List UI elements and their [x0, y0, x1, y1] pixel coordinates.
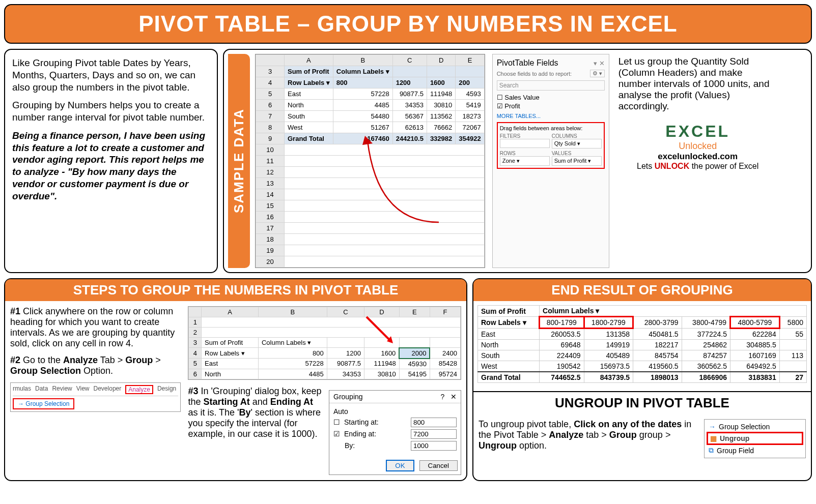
step-mini-grid: ABCDEF 1 2 3Sum of ProfitColumn Labels ▾… — [188, 306, 461, 380]
steps-card: STEPS TO GROUP THE NUMBERS IN PIVOT TABL… — [4, 278, 467, 481]
result-table: Sum of ProfitColumn Labels ▾ Row Labels … — [477, 305, 807, 383]
columns-drop[interactable]: Qty Sold ▾ — [552, 139, 602, 149]
fields-search-input[interactable]: Search — [497, 80, 605, 91]
starting-at-input[interactable] — [411, 418, 457, 427]
group-menu: →Group Selection ▦Ungroup ⧉Group Field — [704, 419, 806, 458]
field-sales-value[interactable]: ☐ Sales Value — [497, 94, 605, 101]
intro-p2: Grouping by Numbers helps you to create … — [12, 99, 210, 124]
rows-drop[interactable]: Zone ▾ — [500, 156, 550, 166]
col-A: A — [285, 55, 333, 66]
group-field-icon: ⧉ — [709, 446, 714, 455]
fields-title: PivotTable Fields — [497, 58, 558, 68]
field-profit[interactable]: ☑ Profit — [497, 102, 605, 110]
drag-areas: Drag fields between areas below: FILTERS… — [497, 122, 605, 169]
intro-quote: Being a finance person, I have been usin… — [12, 130, 210, 202]
fields-subtitle: Choose fields to add to report: — [497, 71, 572, 77]
brand-logo: EXCEL Unlocked excelunlocked.com Lets UN… — [618, 122, 777, 171]
ungroup-text: To ungroup pivot table, Click on any of … — [479, 419, 698, 458]
dialog-close-icon[interactable]: ✕ — [451, 393, 457, 401]
step-col-1: #1 Click anywhere on the row or column h… — [10, 306, 181, 475]
col-B: B — [333, 55, 392, 66]
intro-p1: Like Grouping Pivot table Dates by Years… — [12, 57, 210, 93]
grouping-dialog: Grouping? ✕ Auto ☐Starting at: ☑Ending a… — [329, 390, 461, 475]
ok-button[interactable]: OK — [386, 460, 414, 471]
red-arrow-icon — [361, 312, 397, 347]
ungroup-icon: ▦ — [710, 434, 717, 442]
page-title: PIVOT TABLE – GROUP BY NUMBERS IN EXCEL — [4, 4, 812, 44]
filters-drop[interactable] — [500, 139, 550, 148]
by-input[interactable] — [411, 441, 457, 451]
ungroup-section: UNGROUP IN PIVOT TABLE To ungroup pivot … — [473, 391, 811, 463]
end-result-heading: END RESULT OF GROUPING — [473, 279, 811, 301]
menu-ungroup[interactable]: ▦Ungroup — [707, 432, 803, 445]
values-drop[interactable]: Sum of Profit ▾ — [552, 156, 602, 166]
col-corner — [256, 55, 285, 66]
sample-data-tab: SAMPLE DATA — [228, 54, 250, 268]
selected-cell[interactable]: 2000 — [399, 348, 430, 359]
steps-heading: STEPS TO GROUP THE NUMBERS IN PIVOT TABL… — [5, 279, 466, 301]
excel-ribbon: rmulas Data Review View Developer Analyz… — [10, 382, 181, 412]
starting-at-checkbox[interactable]: ☐ — [333, 418, 340, 426]
cancel-button[interactable]: Cancel — [419, 460, 458, 471]
sample-right-text: Let us group the Quantity Sold (Column H… — [616, 54, 779, 268]
menu-group-field[interactable]: ⧉Group Field — [707, 445, 803, 456]
ending-at-checkbox[interactable]: ☑ — [333, 430, 340, 438]
ending-at-input[interactable] — [411, 429, 457, 439]
menu-group-selection[interactable]: →Group Selection — [707, 422, 803, 432]
col-E: E — [456, 55, 484, 66]
close-icon[interactable]: ▾ ✕ — [594, 60, 605, 67]
annotation-arrow-icon — [347, 131, 449, 232]
group-selection-button[interactable]: → Group Selection — [13, 398, 74, 409]
step-col-2: ABCDEF 1 2 3Sum of ProfitColumn Labels ▾… — [188, 306, 461, 475]
sample-data-card: SAMPLE DATA A B C D E 3Sum of ProfitColu… — [223, 49, 812, 273]
more-tables-link[interactable]: MORE TABLES... — [497, 113, 605, 119]
gear-icon[interactable]: ⚙ ▾ — [590, 70, 605, 77]
sample-pivot-table: A B C D E 3Sum of ProfitColumn Labels ▾ … — [255, 54, 485, 268]
svg-line-0 — [367, 317, 389, 340]
ungroup-heading: UNGROUP IN PIVOT TABLE — [473, 392, 811, 414]
col-C: C — [392, 55, 427, 66]
intro-card: Like Grouping Pivot table Dates by Years… — [4, 49, 218, 273]
arrow-right-icon: → — [709, 423, 716, 431]
col-D: D — [427, 55, 455, 66]
analyze-tab[interactable]: Analyze — [125, 385, 153, 394]
pivot-fields-pane: PivotTable Fields ▾ ✕ Choose fields to a… — [492, 54, 609, 268]
end-result-card: END RESULT OF GROUPING Sum of ProfitColu… — [472, 278, 812, 481]
